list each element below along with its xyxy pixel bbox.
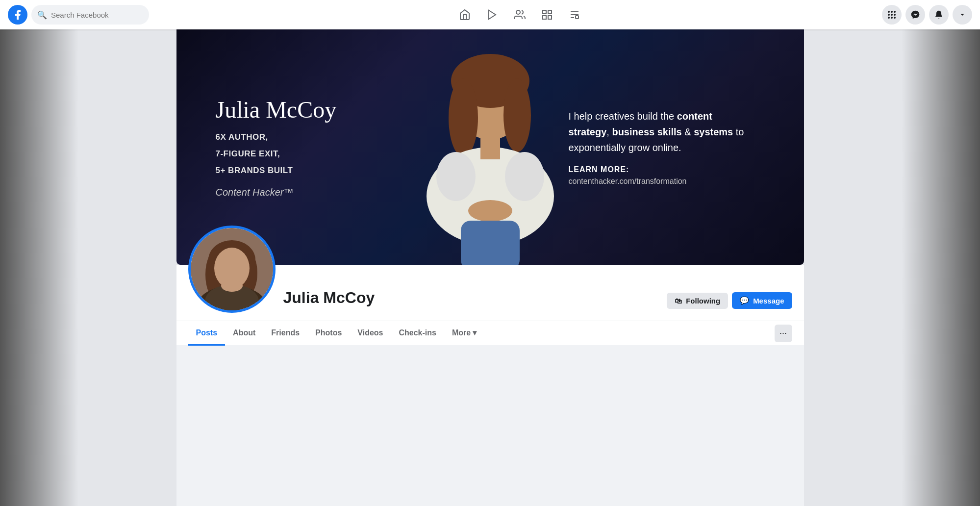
tab-checkins[interactable]: Check-ins [391, 322, 444, 346]
cover-right-text: I help creatives build the content strat… [569, 108, 755, 186]
svg-point-19 [503, 78, 531, 152]
messenger-button[interactable] [905, 5, 925, 25]
nav-right [882, 5, 972, 25]
cover-tagline-bold2: business skills [612, 126, 681, 137]
navbar: 🔍 [0, 0, 980, 29]
friends-nav-button[interactable] [508, 3, 531, 26]
tab-settings-button[interactable]: ··· [775, 325, 792, 342]
svg-rect-3 [548, 10, 552, 14]
tab-about[interactable]: About [225, 322, 263, 346]
watch-nav-button[interactable] [480, 3, 504, 26]
facebook-logo[interactable] [8, 5, 27, 25]
svg-rect-4 [548, 16, 552, 19]
svg-marker-0 [489, 10, 496, 19]
news-nav-button[interactable] [563, 3, 586, 26]
svg-point-24 [468, 200, 512, 222]
cover-bullets: 6X AUTHOR, 7-FIGURE EXIT, 5+ BRANDS BUIL… [216, 129, 337, 179]
cover-tagline: I help creatives build the content strat… [569, 108, 755, 155]
svg-point-10 [888, 14, 890, 16]
cover-bullet-3: 5+ BRANDS BUILT [216, 162, 337, 179]
svg-rect-6 [576, 16, 578, 19]
messenger-btn-icon: 💬 [740, 296, 749, 305]
tab-photos[interactable]: Photos [307, 322, 350, 346]
cover-url: contenthacker.com/transformation [569, 177, 755, 186]
svg-point-7 [888, 11, 890, 13]
nav-center [157, 3, 882, 26]
search-icon: 🔍 [37, 10, 47, 20]
account-button[interactable] [953, 5, 972, 25]
tab-friends[interactable]: Friends [263, 322, 307, 346]
svg-point-11 [891, 14, 893, 16]
search-bar[interactable]: 🔍 [31, 5, 149, 25]
cover-learn-more-label: LEARN MORE: [569, 165, 755, 174]
svg-point-21 [436, 152, 476, 201]
svg-point-12 [894, 14, 896, 16]
svg-point-9 [894, 11, 896, 13]
cover-person-image [397, 29, 583, 265]
profile-avatar[interactable] [188, 226, 276, 313]
profile-avatar-wrap [188, 226, 276, 313]
inner-wrap: Julia McCoy 6X AUTHOR, 7-FIGURE EXIT, 5+… [176, 29, 804, 506]
svg-point-33 [221, 280, 243, 292]
following-button[interactable]: 🛍 Following [667, 293, 728, 309]
ellipsis-icon: ··· [779, 328, 787, 338]
following-label: Following [686, 297, 720, 305]
avatar-inner [191, 228, 273, 310]
svg-point-14 [891, 17, 893, 19]
message-button[interactable]: 💬 Message [732, 292, 792, 309]
message-label: Message [753, 297, 784, 305]
home-nav-button[interactable] [453, 3, 477, 26]
cover-profile-name: Julia McCoy [216, 96, 337, 123]
svg-rect-5 [543, 16, 546, 19]
svg-point-18 [449, 78, 478, 157]
tabs-bar: Posts About Friends Photos Videos [176, 321, 804, 345]
tab-posts[interactable]: Posts [188, 322, 226, 346]
cover-bullet-1: 6X AUTHOR, [216, 129, 337, 146]
groups-nav-button[interactable] [535, 3, 559, 26]
svg-point-13 [888, 17, 890, 19]
cover-tagline-prefix: I help creatives build the [569, 111, 677, 122]
following-icon: 🛍 [675, 297, 682, 305]
cover-bullet-2: 7-FIGURE EXIT, [216, 146, 337, 162]
cover-brand: Content Hacker™ [216, 187, 337, 198]
profile-name-area: Julia McCoy [283, 289, 667, 313]
outer-wrap: Julia McCoy 6X AUTHOR, 7-FIGURE EXIT, 5+… [0, 29, 980, 506]
svg-point-1 [516, 10, 520, 14]
cover-tagline-bold3: systems [694, 126, 733, 137]
profile-actions: 🛍 Following 💬 Message [667, 292, 792, 313]
page-content [176, 345, 804, 506]
tab-more[interactable]: More ▾ [444, 321, 484, 346]
profile-info-row: Julia McCoy 🛍 Following 💬 Message [176, 265, 804, 321]
svg-point-15 [894, 17, 896, 19]
svg-point-22 [505, 152, 544, 201]
menu-button[interactable] [882, 5, 902, 25]
svg-rect-25 [461, 221, 520, 265]
svg-point-8 [891, 11, 893, 13]
svg-rect-23 [480, 135, 500, 159]
more-chevron-icon: ▾ [473, 328, 477, 337]
profile-name: Julia McCoy [283, 289, 667, 307]
cover-left-text: Julia McCoy 6X AUTHOR, 7-FIGURE EXIT, 5+… [216, 96, 337, 198]
notifications-button[interactable] [929, 5, 949, 25]
svg-rect-2 [543, 10, 546, 14]
search-input[interactable] [51, 11, 143, 19]
profile-section: Julia McCoy 🛍 Following 💬 Message [176, 265, 804, 345]
tab-videos[interactable]: Videos [350, 322, 391, 346]
main-content: Julia McCoy 6X AUTHOR, 7-FIGURE EXIT, 5+… [0, 29, 980, 506]
